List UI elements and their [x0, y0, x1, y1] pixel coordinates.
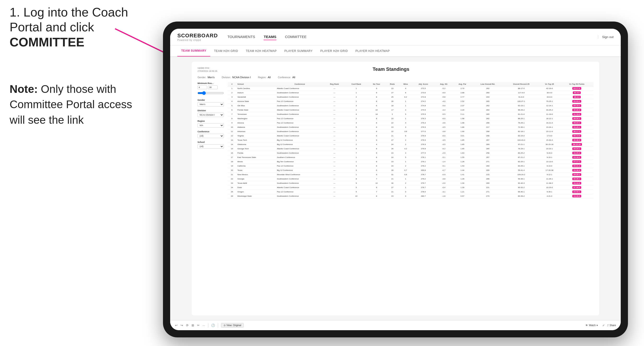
table-cell: 1: [345, 155, 368, 160]
region-select[interactable]: N/A All: [198, 123, 224, 128]
min-rounds-max-input[interactable]: [208, 85, 218, 89]
table-cell: Washington: [236, 117, 276, 121]
view-original-button[interactable]: ⊙ View: Original: [221, 323, 244, 328]
redo-icon[interactable]: ↪: [180, 324, 183, 327]
table-cell: —: [324, 117, 345, 121]
sub-nav-team-summary[interactable]: TEAM SUMMARY: [177, 45, 210, 56]
clip-icon[interactable]: ✂: [197, 324, 200, 327]
table-cell: 17: [228, 155, 236, 160]
table-cell: 1: [399, 99, 412, 104]
table-cell: 0.97: [453, 194, 472, 198]
table-cell: Vanderbilt: [236, 95, 276, 99]
table-cell: 7: [368, 190, 386, 194]
table-cell: 44-24-1: [560, 147, 594, 151]
table-cell: 264: [472, 108, 504, 112]
update-time-label: Update time:: [198, 66, 218, 70]
table-cell: 18-12-1: [539, 117, 560, 121]
sub-nav-team-h2h-heatmap[interactable]: TEAM H2H HEATMAP: [242, 45, 280, 56]
table-cell: 39-20-1: [560, 117, 594, 121]
table-cell: 4: [368, 142, 386, 147]
table-cell: 3: [345, 168, 368, 173]
table-cell: —: [324, 138, 345, 142]
table-cell: 0: [399, 194, 412, 198]
table-cell: 29-25-1: [560, 173, 594, 177]
table-cell: 38-15-18: [560, 142, 594, 147]
more-icon[interactable]: ···: [202, 324, 205, 327]
table-cell: —: [324, 134, 345, 138]
table-cell: 25: [386, 95, 399, 99]
table-cell: Southeastern Conference: [276, 112, 324, 117]
table-header-row: # School Conference Reg Rank Conf Rank N…: [228, 82, 594, 86]
school-select[interactable]: (All): [198, 144, 224, 149]
table-cell: 203: [472, 95, 504, 99]
table-cell: 1: [399, 185, 412, 190]
table-cell: 2.11: [453, 112, 472, 117]
table-cell: 217: [472, 125, 504, 130]
table-cell: —: [324, 95, 345, 99]
sub-nav-player-h2h-grid[interactable]: PLAYER H2H GRID: [316, 45, 352, 56]
col-rank: #: [228, 82, 236, 86]
clock-icon[interactable]: 🕐: [211, 324, 215, 327]
expand-button[interactable]: ⤢: [602, 324, 604, 327]
data-table-container: # School Conference Reg Rank Conf Rank N…: [228, 82, 594, 198]
table-cell: 13: [228, 138, 236, 142]
table-cell: —: [324, 155, 345, 160]
instruction-step: 1. Log into the Coach Portal and click C…: [10, 5, 139, 49]
table-cell: 2: [399, 142, 412, 147]
table-cell: 278.7: [412, 185, 434, 190]
sub-nav-team-h2h-grid[interactable]: TEAM H2H GRID: [210, 45, 242, 56]
table-cell: 6: [368, 168, 386, 173]
sign-out-button[interactable]: Sign out: [598, 35, 614, 39]
table-row: 4Arizona StatePac-12 Conference—18261274…: [228, 99, 594, 104]
table-cell: -3.8: [434, 130, 453, 134]
conference-select[interactable]: (All): [198, 134, 224, 138]
nav-teams[interactable]: TEAMS: [264, 34, 276, 40]
col-conf-rank: Conf Rank: [345, 82, 368, 86]
eye-icon: 👁: [586, 324, 588, 327]
copy-icon[interactable]: ⊞: [192, 324, 194, 327]
scoreboard-logo: SCOREBOARD Powered by clippd: [177, 32, 218, 41]
table-cell: 4: [399, 108, 412, 112]
share-button[interactable]: ⤴ Share: [607, 324, 616, 327]
table-cell: Southeastern Conference: [276, 181, 324, 185]
table-cell: 61-21-0: [504, 112, 539, 117]
sub-nav-player-h2h-heatmap[interactable]: PLAYER H2H HEATMAP: [352, 45, 394, 56]
nav-committee[interactable]: COMMITTEE: [285, 34, 306, 40]
table-cell: 1: [399, 177, 412, 181]
table-cell: —: [324, 173, 345, 177]
table-cell: 8: [228, 117, 236, 121]
nav-tournaments[interactable]: TOURNAMENTS: [228, 34, 255, 40]
table-cell: Southeastern Conference: [276, 130, 324, 134]
undo-icon[interactable]: ↩: [175, 324, 178, 327]
table-cell: -4.6: [434, 121, 453, 125]
table-cell: 33-44-8: [560, 181, 594, 185]
table-cell: 272.8: [412, 95, 434, 99]
table-cell: 22: [228, 177, 236, 181]
min-rounds-min-input[interactable]: [198, 85, 207, 89]
table-cell: East Tennessee State: [236, 155, 276, 160]
division-select[interactable]: NCAA Division I NCAA Division II NCAA Di…: [198, 113, 224, 117]
conference-filter-section: Conference (All): [198, 130, 224, 138]
table-cell: 10: [368, 181, 386, 185]
table-cell: 6.2: [399, 95, 412, 99]
col-vs-top-50: Vs Top 50 Points: [560, 82, 594, 86]
watch-button[interactable]: 👁 Watch ▾: [586, 324, 598, 327]
gender-select[interactable]: Men's Women's: [198, 102, 224, 107]
table-cell: Oklahoma: [236, 142, 276, 147]
min-rounds-slider[interactable]: [198, 91, 224, 95]
table-cell: 14: [228, 142, 236, 147]
refresh-icon[interactable]: ⟳: [186, 324, 188, 327]
conference-filter-label: Conference:: [278, 76, 291, 79]
table-cell: 2.52: [453, 99, 472, 104]
division-filter-label: Division:: [222, 76, 231, 79]
table-cell: California: [236, 164, 276, 168]
table-cell: 265: [472, 112, 504, 117]
sub-nav-player-summary[interactable]: PLAYER SUMMARY: [281, 45, 316, 56]
table-cell: 25: [228, 190, 236, 194]
col-reg-rank: Reg Rank: [324, 82, 345, 86]
table-cell: Southeastern Conference: [276, 194, 324, 198]
table-cell: 268: [472, 121, 504, 125]
table-cell: 13-13-0: [539, 160, 560, 164]
table-cell: 41-19-0: [560, 112, 594, 117]
col-no-tour: No Tour: [368, 82, 386, 86]
